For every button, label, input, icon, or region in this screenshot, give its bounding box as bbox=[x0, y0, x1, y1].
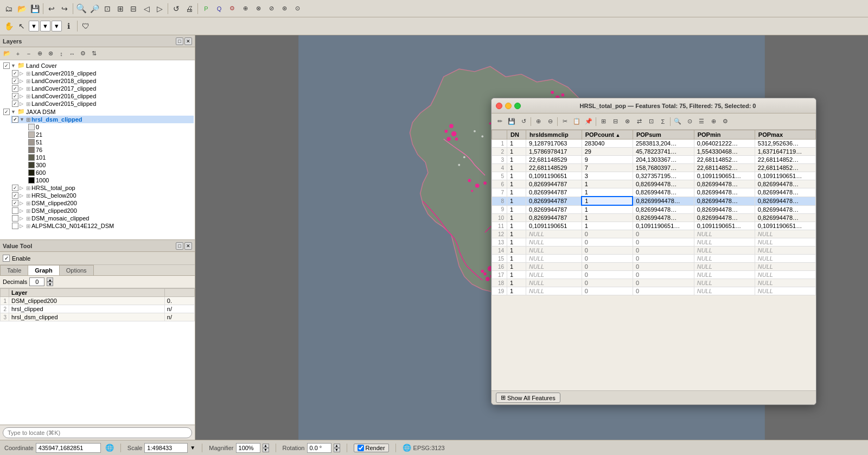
rotation-down-btn[interactable]: ▼ bbox=[334, 448, 340, 452]
col-popcount[interactable]: POPcount bbox=[582, 130, 633, 140]
col-dn[interactable]: DN bbox=[507, 130, 526, 140]
select-icon[interactable]: ↖ bbox=[16, 20, 28, 32]
pan-icon[interactable]: ✋ bbox=[3, 20, 15, 32]
jaxa-dsm-expand[interactable]: ▼ bbox=[11, 109, 16, 115]
tab-options[interactable]: Options bbox=[59, 265, 94, 275]
col-popmin[interactable]: POPmin bbox=[694, 130, 755, 140]
crs-icon[interactable]: 🌐 bbox=[105, 444, 114, 452]
window-minimize-btn[interactable] bbox=[505, 103, 512, 109]
field-calc-icon[interactable]: Σ bbox=[658, 116, 668, 127]
alpsmlc30-expand[interactable]: ▷ bbox=[20, 223, 25, 229]
window-close-btn[interactable] bbox=[496, 103, 502, 109]
col-hrsl[interactable]: hrsldsmmclip bbox=[526, 130, 582, 140]
new-project-icon[interactable]: 🗂 bbox=[3, 3, 15, 15]
deselect-all-icon[interactable]: ⊟ bbox=[610, 116, 621, 127]
layer-settings-icon[interactable]: ⚙ bbox=[78, 49, 88, 59]
filter-layer-icon[interactable]: ⊕ bbox=[35, 49, 44, 59]
dsm-clipped200-item[interactable]: ▷ ⊞ DSM_clipped200 bbox=[11, 207, 194, 214]
print-icon[interactable]: 🖨 bbox=[183, 3, 195, 15]
filter-icon[interactable]: ⊡ bbox=[646, 116, 656, 127]
paste-icon[interactable]: 📌 bbox=[583, 116, 594, 127]
dsm-clipped200-checkbox[interactable] bbox=[12, 207, 18, 214]
map-area[interactable]: HRSL_total_pop — Features Total: 75, Fil… bbox=[195, 35, 868, 440]
lc2015-expand[interactable]: ▷ bbox=[20, 101, 25, 106]
hrsl-total-pop-item[interactable]: ▷ ⊞ HRSL_total_pop bbox=[11, 184, 194, 192]
hrsl-total-pop-checkbox[interactable] bbox=[12, 185, 18, 191]
filter-dropdown[interactable]: ▼ bbox=[52, 21, 62, 31]
lc2017-checkbox[interactable] bbox=[12, 85, 18, 92]
dsm-mosaic-expand[interactable]: ▷ bbox=[20, 216, 25, 221]
zoom-previous-icon[interactable]: ◁ bbox=[141, 3, 152, 15]
lc2018-checkbox[interactable] bbox=[12, 78, 18, 84]
rotation-input[interactable] bbox=[307, 443, 331, 453]
attr-table-container[interactable]: DN hrsldsmmclip POPcount POPsum POPmin P… bbox=[492, 130, 816, 390]
plugin1-icon[interactable]: P bbox=[200, 3, 212, 15]
zoom-out-icon[interactable]: 🔎 bbox=[88, 3, 100, 15]
land-cover-checkbox[interactable] bbox=[3, 62, 10, 69]
table-style-icon[interactable]: ☰ bbox=[696, 116, 707, 127]
plugin2-icon[interactable]: Q bbox=[213, 3, 225, 15]
delete-feature-icon[interactable]: ⊖ bbox=[545, 116, 556, 127]
value-tool-float-btn[interactable]: □ bbox=[176, 242, 183, 250]
open-project-icon[interactable]: 📂 bbox=[16, 3, 28, 15]
tab-table[interactable]: Table bbox=[0, 265, 28, 275]
layer-item-lc2015[interactable]: ▷ ⊞ LandCover2015_clipped bbox=[11, 100, 194, 108]
open-layer-icon[interactable]: 📂 bbox=[2, 49, 12, 59]
coordinate-input[interactable] bbox=[36, 443, 101, 453]
hrsl-dsm-expand[interactable]: ▼ bbox=[20, 117, 25, 122]
col-rownum[interactable] bbox=[492, 130, 507, 140]
zoom-next-icon[interactable]: ▷ bbox=[154, 3, 165, 15]
filter2-layer-icon[interactable]: ⊗ bbox=[46, 49, 55, 59]
plugin5-icon[interactable]: ⊗ bbox=[252, 3, 264, 15]
lc2018-expand[interactable]: ▷ bbox=[20, 78, 25, 84]
save-icon[interactable]: 💾 bbox=[29, 3, 41, 15]
add-feature-icon[interactable]: ⊕ bbox=[533, 116, 544, 127]
attr-config-icon[interactable]: ⚙ bbox=[720, 116, 731, 127]
enable-checkbox[interactable] bbox=[3, 255, 10, 262]
hrsl-below200-item[interactable]: ▷ ⊞ HRSL_below200 bbox=[11, 192, 194, 199]
rotation-up-btn[interactable]: ▲ bbox=[334, 444, 340, 448]
alpsmlc30-checkbox[interactable] bbox=[12, 223, 18, 229]
refresh-icon[interactable]: ↺ bbox=[170, 3, 182, 15]
zoom-layer-icon[interactable]: ⊞ bbox=[114, 3, 126, 15]
plugin3-icon[interactable]: ⚙ bbox=[226, 3, 238, 15]
show-all-features-btn[interactable]: ⊞ Show All Features bbox=[496, 393, 560, 403]
undo-icon[interactable]: ↩ bbox=[46, 3, 58, 15]
plugin7-icon[interactable]: ⊛ bbox=[278, 3, 290, 15]
lc2016-expand[interactable]: ▷ bbox=[20, 93, 25, 99]
dsm-clipped200-checked-item[interactable]: ▷ ⊞ DSM_clipped200 bbox=[11, 199, 194, 207]
lc2015-checkbox[interactable] bbox=[12, 100, 18, 107]
deselect-dropdown[interactable]: ▼ bbox=[40, 21, 50, 31]
col-popmax[interactable]: POPmax bbox=[755, 130, 815, 140]
zoom-map-icon[interactable]: 🔍 bbox=[672, 116, 683, 127]
land-cover-expand[interactable]: ▼ bbox=[11, 63, 16, 68]
magnifier-input[interactable] bbox=[236, 443, 260, 453]
layer-item-lc2017[interactable]: ▷ ⊞ LandCover2017_clipped bbox=[11, 85, 194, 92]
plugin8-icon[interactable]: ⊙ bbox=[291, 3, 303, 15]
render-checkbox[interactable] bbox=[358, 445, 364, 451]
plugin4-icon[interactable]: ⊕ bbox=[239, 3, 251, 15]
edit-icon[interactable]: ✏ bbox=[494, 116, 505, 127]
dsm-mosaic-checkbox[interactable] bbox=[12, 215, 18, 222]
jaxa-dsm-group-item[interactable]: ▼ 📁 JAXA DSM bbox=[2, 108, 194, 116]
collapse-layer-icon[interactable]: ↔ bbox=[67, 49, 77, 59]
redo-icon[interactable]: ↪ bbox=[59, 3, 71, 15]
tab-graph[interactable]: Graph bbox=[28, 265, 59, 275]
plugin6-icon[interactable]: ⊘ bbox=[265, 3, 277, 15]
zoom-in-icon[interactable]: 🔍 bbox=[75, 3, 87, 15]
dsm-clipped200-checked-expand[interactable]: ▷ bbox=[20, 200, 25, 206]
copy-icon[interactable]: 📋 bbox=[571, 116, 582, 127]
select-all-icon[interactable]: ⊞ bbox=[598, 116, 609, 127]
expand-layer-icon[interactable]: ↕ bbox=[56, 49, 66, 59]
layer-item-lc2018[interactable]: ▷ ⊞ LandCover2018_clipped bbox=[11, 77, 194, 85]
lc2016-checkbox[interactable] bbox=[12, 93, 18, 99]
magnifier-up-btn[interactable]: ▲ bbox=[263, 444, 269, 448]
invert-selection-icon[interactable]: ⇄ bbox=[634, 116, 644, 127]
alpsmlc30-item[interactable]: ▷ ⊞ ALPSMLC30_N014E122_DSM bbox=[11, 222, 194, 230]
cut-icon[interactable]: ✂ bbox=[559, 116, 570, 127]
filter-selection-icon[interactable]: ⊗ bbox=[622, 116, 633, 127]
add-layer-icon[interactable]: + bbox=[13, 49, 23, 59]
panel-float-btn[interactable]: □ bbox=[176, 37, 183, 45]
hrsl-total-pop-expand[interactable]: ▷ bbox=[20, 185, 25, 191]
scale-dropdown-icon[interactable]: ▼ bbox=[190, 445, 195, 451]
